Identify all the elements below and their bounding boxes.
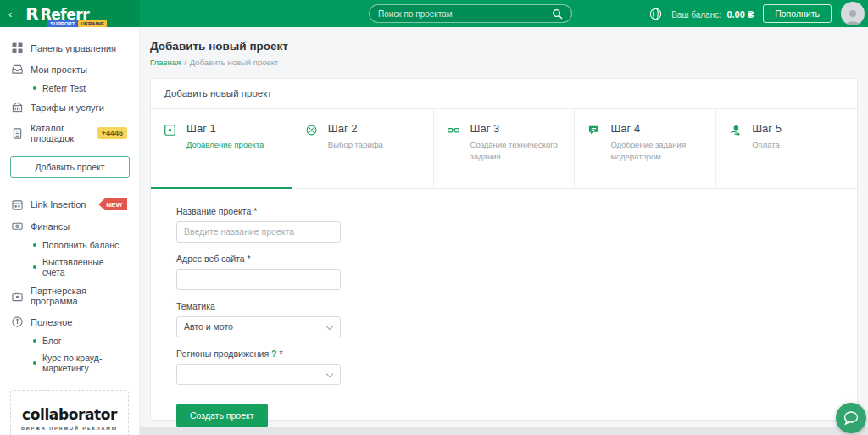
person-icon <box>843 7 862 25</box>
sidebar-subitem-topup-balance[interactable]: Пополнить баланс <box>0 237 139 254</box>
bullet-icon <box>33 86 36 90</box>
sidebar-item-catalog[interactable]: Каталог площадок +4446 <box>0 118 139 148</box>
sidebar-subitem-crowd-course[interactable]: Курс по крауд-маркетингу <box>0 349 139 376</box>
project-name-input[interactable] <box>176 221 341 243</box>
step-subtitle: Добавление проекта <box>186 139 264 151</box>
bullet-icon <box>33 243 36 247</box>
partner-program-icon <box>12 291 23 302</box>
collaborator-promo: collaborator БИРЖА ПРЯМОЙ РЕКЛАМЫ Нужны … <box>10 390 129 435</box>
sidebar-collapse-chevron-icon[interactable]: ‹ <box>8 8 12 20</box>
sidebar-subitem-invoices[interactable]: Выставленные счета <box>0 254 139 281</box>
sidebar-sublabel: Пополнить баланс <box>42 240 119 250</box>
step-5-tab[interactable]: Шаг 5 Оплата <box>716 109 857 188</box>
app-window: ‹ R Referr SUPPORT UKRAINE Ваш баланс: <box>0 0 868 435</box>
sidebar-item-tariffs[interactable]: Тарифы и услуги <box>0 97 139 118</box>
collaborator-logo: collaborator <box>18 406 121 423</box>
step-subtitle: Создание технического задания <box>470 139 563 163</box>
sidebar-label: Партнерская программа <box>31 286 127 306</box>
bullet-icon <box>33 265 36 269</box>
top-header: ‹ R Referr SUPPORT UKRAINE Ваш баланс: <box>0 0 868 27</box>
project-name-label: Название проекта * <box>176 206 832 216</box>
sidebar-item-my-projects[interactable]: Мои проекты <box>0 59 139 80</box>
step-4-tab[interactable]: Шаг 4 Одобрение задания модератором <box>575 109 716 188</box>
search-input[interactable] <box>378 9 552 19</box>
sidebar-label: Полезное <box>31 317 72 327</box>
bullet-icon <box>33 339 36 343</box>
project-search <box>369 4 572 23</box>
breadcrumb-home-link[interactable]: Главная <box>150 58 181 67</box>
glasses-icon <box>448 125 459 136</box>
balance-label: Ваш баланс: <box>671 10 721 20</box>
support-ukraine-badge: SUPPORT UKRAINE <box>47 20 106 27</box>
sidebar-item-dashboard[interactable]: Панель управления <box>0 37 139 59</box>
step-title: Шаг 5 <box>752 122 782 135</box>
step-title: Шаг 4 <box>610 122 704 135</box>
main-content: Добавить новый проект Главная/Добавить н… <box>140 27 868 435</box>
step-subtitle: Одобрение задания модератором <box>610 139 704 163</box>
dashboard-icon <box>12 42 23 53</box>
sidebar-sublabel: Выставленные счета <box>42 257 127 277</box>
hand-coin-icon <box>730 125 741 136</box>
theme-selected-value: Авто и мото <box>184 321 233 332</box>
website-address-label: Адрес веб сайта * <box>176 254 832 264</box>
breadcrumb-separator: / <box>184 58 186 67</box>
footer-strip <box>140 427 868 435</box>
chat-fab-button[interactable] <box>836 403 866 433</box>
sidebar-subitem-referr-test[interactable]: Referr Test <box>0 80 139 97</box>
regions-label: Регионы продвижения ? * <box>176 349 832 359</box>
add-project-button[interactable]: Добавить проект <box>10 156 130 178</box>
referr-logo[interactable]: R Referr SUPPORT UKRAINE <box>25 3 89 24</box>
sidebar-item-finances[interactable]: Финансы <box>0 215 139 237</box>
step-3-tab[interactable]: Шаг 3 Создание технического задания <box>434 109 576 188</box>
step-1-tab[interactable]: Шаг 1 Добавление проекта <box>151 109 292 188</box>
breadcrumb-current: Добавить новый проект <box>190 58 279 67</box>
topup-button[interactable]: Пополнить <box>763 4 832 23</box>
sidebar-item-useful[interactable]: Полезное <box>0 311 139 332</box>
sidebar-sublabel: Блог <box>42 336 62 346</box>
magnifier-icon[interactable] <box>552 8 563 20</box>
sidebar-subitem-blog[interactable]: Блог <box>0 332 139 349</box>
sidebar-label: Тарифы и услуги <box>31 103 104 113</box>
new-project-form: Название проекта * Адрес веб сайта * Тем… <box>151 189 857 435</box>
sidebar-sublabel: Курс по крауд-маркетингу <box>42 353 127 373</box>
sidebar-item-link-insertion[interactable]: Link Insertion NEW <box>0 193 139 215</box>
sidebar-label: Каталог площадок <box>31 123 90 143</box>
required-asterisk: * <box>279 349 282 359</box>
tariffs-icon <box>12 102 23 113</box>
balance: Ваш баланс: 0.00 ₴ <box>671 6 754 21</box>
wizard-steps: Шаг 1 Добавление проекта Шаг 2 Выбор тар… <box>151 109 857 189</box>
header-logo-zone: ‹ R Referr SUPPORT UKRAINE <box>0 0 140 27</box>
breadcrumb: Главная/Добавить новый проект <box>150 58 858 67</box>
sidebar-item-partner-program[interactable]: Партнерская программа <box>0 281 139 311</box>
step-subtitle: Выбор тарифа <box>328 139 383 151</box>
page-title: Добавить новый проект <box>150 40 858 53</box>
finances-icon <box>12 220 23 231</box>
globe-icon[interactable] <box>649 8 662 20</box>
logo-r-mark: R <box>25 3 37 24</box>
new-badge: NEW <box>98 198 127 210</box>
sidebar-label: Финансы <box>31 221 70 231</box>
website-address-input[interactable] <box>176 269 341 290</box>
chat-bubble-icon <box>843 410 860 426</box>
regions-select[interactable] <box>176 364 341 385</box>
projects-icon <box>12 64 23 75</box>
catalog-count-badge: +4446 <box>97 127 127 139</box>
chat-approve-icon <box>588 125 599 136</box>
create-project-button[interactable]: Создать проект <box>176 404 268 427</box>
step-title: Шаг 2 <box>328 122 383 135</box>
step-title: Шаг 3 <box>470 122 563 135</box>
catalog-icon <box>12 128 23 139</box>
tariff-coin-icon <box>306 125 317 136</box>
step-2-tab[interactable]: Шаг 2 Выбор тарифа <box>292 109 434 188</box>
user-avatar[interactable] <box>841 2 865 25</box>
sidebar-label: Панель управления <box>31 43 116 53</box>
chevron-down-icon <box>326 322 333 329</box>
chevron-down-icon <box>326 370 333 376</box>
bullet-icon <box>33 361 36 365</box>
theme-select[interactable]: Авто и мото <box>176 316 341 337</box>
theme-label: Тематика <box>176 301 832 311</box>
help-question-icon[interactable]: ? <box>271 349 276 359</box>
link-insertion-icon <box>12 199 23 210</box>
balance-value: 0.00 ₴ <box>726 9 754 20</box>
info-icon <box>12 316 23 327</box>
